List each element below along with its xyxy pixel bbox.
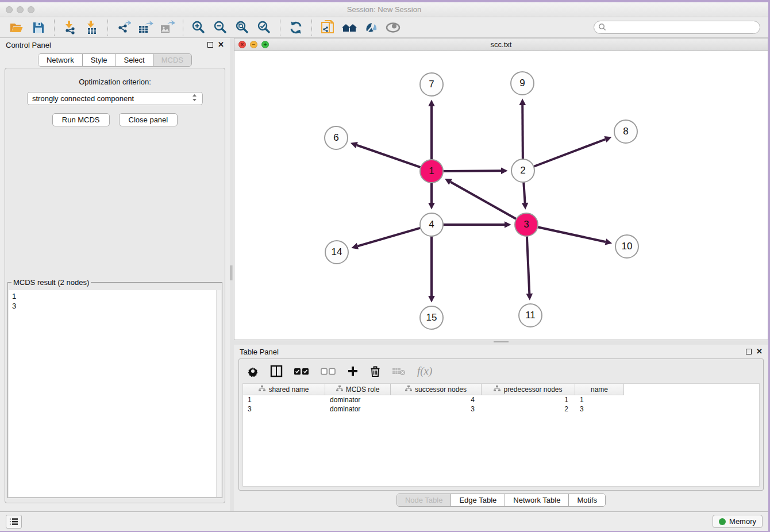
edge-1-6[interactable] [357,145,421,168]
show-graphics-details-icon[interactable] [384,19,402,36]
graph-node-10[interactable]: 10 [615,234,639,259]
control-panel-title: Control Panel [6,41,51,49]
network-window: × − + scc.txt 7968123414101511 [234,38,768,340]
table-cell[interactable]: dominator [325,395,391,404]
edge-4-14[interactable] [357,228,421,246]
edge-3-1[interactable] [451,182,517,219]
tab-network[interactable]: Network [38,54,83,66]
task-history-button[interactable] [6,515,22,529]
export-network-icon[interactable] [115,19,132,36]
export-table-icon[interactable] [137,19,154,36]
apply-layout-icon[interactable] [287,19,305,36]
delete-table-icon[interactable] [392,364,406,378]
table-cell[interactable]: 3 [243,404,325,414]
table-tab-node-table[interactable]: Node Table [397,494,452,506]
float-panel-icon[interactable] [207,42,213,48]
column-settings-icon[interactable] [247,364,259,378]
divider-grip[interactable] [230,265,233,280]
graph-node-9[interactable]: 9 [510,71,534,95]
clone-network-icon[interactable] [319,19,336,36]
control-panel-tabs: NetworkStyleSelectMCDS [0,52,230,68]
window-title: Session: New Session [0,5,768,14]
import-network-icon[interactable] [61,19,79,36]
mcds-result-textarea[interactable]: 1 3 [9,290,221,497]
table-cell[interactable]: 3 [391,404,482,414]
function-builder-icon[interactable]: f(x) [417,364,432,378]
tab-style[interactable]: Style [83,54,116,66]
graph-node-4[interactable]: 4 [419,213,444,237]
run-mcds-button[interactable]: Run MCDS [52,113,110,126]
edge-3-10[interactable] [537,227,606,242]
zoom-fit-icon[interactable] [234,19,251,36]
open-session-icon[interactable] [8,19,25,36]
table-row[interactable]: 3dominator323 [243,404,759,414]
edge-1-2[interactable] [442,171,501,171]
edge-3-11[interactable] [527,236,529,294]
table-cell[interactable]: 1 [575,395,624,404]
tree-hierarchy-icon [494,385,500,394]
graph-node-1[interactable]: 1 [419,159,444,183]
vertical-split-divider[interactable] [230,38,234,511]
graph-node-15[interactable]: 15 [419,306,444,330]
search-input[interactable] [594,21,760,34]
edge-2-8[interactable] [533,139,606,167]
select-all-columns-icon[interactable] [294,364,309,378]
close-panel-icon[interactable]: ✕ [218,42,224,48]
graph-node-3[interactable]: 3 [514,213,538,237]
horizontal-split-divider[interactable] [234,340,768,345]
table-cell[interactable]: 4 [391,395,482,404]
toggle-panel-split-icon[interactable] [270,364,283,378]
table-cell[interactable]: 2 [482,404,575,414]
graph-node-8[interactable]: 8 [614,119,638,144]
column-header-name[interactable]: name [575,384,624,395]
column-header-label: successor nodes [415,385,467,394]
table-toolbar: f(x) [239,359,763,383]
network-window-titlebar: × − + scc.txt [234,38,768,51]
close-panel-button[interactable]: Close panel [119,113,178,126]
edge-2-3[interactable] [523,182,525,203]
node-table[interactable]: shared nameMCDS rolesuccessor nodesprede… [242,383,760,487]
table-cell[interactable]: dominator [325,404,391,414]
graph-node-11[interactable]: 11 [518,303,542,327]
graph-node-6[interactable]: 6 [324,126,348,150]
float-panel-icon[interactable] [746,349,752,354]
edges-layer [234,51,768,340]
table-tab-network-table[interactable]: Network Table [505,494,569,506]
criterion-select[interactable]: strongly connected component [27,92,203,105]
table-header-row: shared nameMCDS rolesuccessor nodesprede… [243,384,759,395]
network-canvas[interactable]: 7968123414101511 [234,51,768,340]
table-cell[interactable]: 1 [482,395,575,404]
save-session-icon[interactable] [30,19,47,36]
tab-select[interactable]: Select [116,54,153,66]
reset-view-icon[interactable] [341,19,358,36]
divider-grip[interactable] [494,341,509,343]
graph-node-2[interactable]: 2 [511,159,535,183]
table-row[interactable]: 1dominator411 [243,395,759,404]
toolbar-search [594,21,760,34]
delete-column-icon[interactable] [370,364,380,378]
table-tab-motifs[interactable]: Motifs [569,494,605,506]
hide-graphics-details-icon[interactable] [363,19,380,36]
column-header-shared-name[interactable]: shared name [243,384,325,395]
export-image-icon[interactable] [159,19,176,36]
control-panel: Control Panel ✕ NetworkStyleSelectMCDS O… [0,38,230,511]
graph-node-7[interactable]: 7 [419,72,444,97]
memory-button[interactable]: Memory [713,515,763,528]
graph-node-14[interactable]: 14 [325,240,349,264]
zoom-selected-icon[interactable] [256,19,273,36]
edge-2-9[interactable] [522,105,523,160]
column-header-successor-nodes[interactable]: successor nodes [391,384,482,395]
column-header-predecessor-nodes[interactable]: predecessor nodes [482,384,575,395]
table-tab-edge-table[interactable]: Edge Table [451,494,505,506]
result-scrollbar[interactable] [216,290,221,497]
zoom-in-icon[interactable] [190,19,207,36]
add-column-icon[interactable] [347,364,359,378]
import-table-icon[interactable] [83,19,101,36]
zoom-out-icon[interactable] [212,19,229,36]
table-cell[interactable]: 1 [243,395,325,404]
close-panel-icon[interactable]: ✕ [756,349,763,354]
deselect-all-columns-icon[interactable] [321,364,336,378]
table-cell[interactable]: 3 [575,404,624,414]
column-header-mcds-role[interactable]: MCDS role [325,384,391,395]
tab-mcds[interactable]: MCDS [153,54,191,66]
